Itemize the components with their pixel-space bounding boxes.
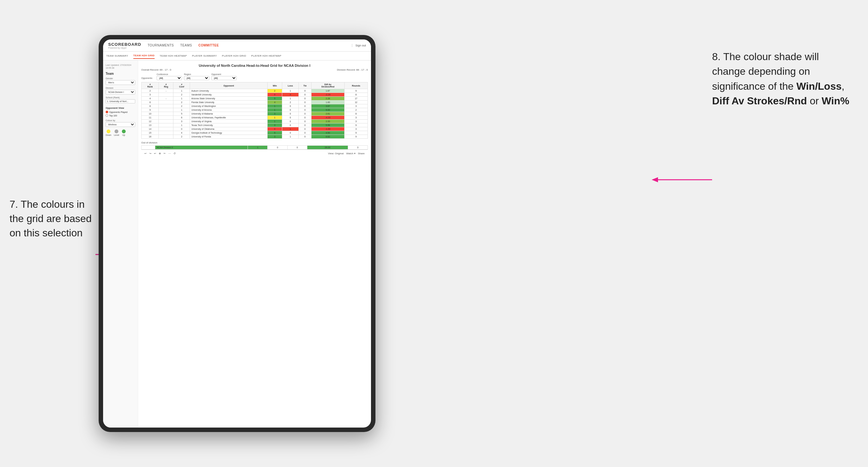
col-diff: Diff AvStrokes/Rnd bbox=[311, 83, 344, 89]
clock-btn[interactable]: ⏱ bbox=[174, 152, 176, 155]
cell-diff: 3.67 bbox=[311, 104, 344, 108]
table-row: 16 2 University of Florida 3 1 0 6.62 9 bbox=[142, 135, 368, 139]
cell-diff: 1.67 bbox=[311, 89, 344, 93]
colour-by-select[interactable]: Win/loss bbox=[106, 122, 135, 127]
radio-opponents-played[interactable]: Opponents Played bbox=[106, 111, 135, 113]
opponent-select[interactable]: (All) bbox=[211, 76, 237, 80]
cell-conf: 1 bbox=[174, 123, 190, 127]
annotation-right: 8. The colour shade will change dependin… bbox=[712, 49, 852, 108]
table-row: 15 4 Georgia Institute of Technology 5 0… bbox=[142, 131, 368, 135]
undo-btn[interactable]: ↩ bbox=[145, 152, 147, 155]
colour-by-label: Colour by bbox=[106, 119, 135, 122]
grid-records: Overall Record: 89 - 17 - 0 Division Rec… bbox=[141, 68, 368, 71]
tablet-screen: SCOREBOARD Powered by clippd TOURNAMENTS… bbox=[103, 39, 371, 428]
cell-rounds: 9 bbox=[345, 131, 368, 135]
gender-select[interactable]: Men's bbox=[106, 80, 135, 85]
sidebar-team-label: Team bbox=[106, 72, 135, 75]
cell-reg bbox=[159, 100, 174, 104]
cell-conf: 2 bbox=[174, 100, 190, 104]
col-conf: #Conf bbox=[174, 83, 190, 89]
radio-dot-2 bbox=[106, 114, 108, 117]
cell-reg bbox=[159, 135, 174, 139]
table-row: 11 6 University of Arkansas, Fayettevill… bbox=[142, 116, 368, 120]
tab-player-h2h-heatmap[interactable]: PLAYER H2H HEATMAP bbox=[251, 53, 281, 59]
cell-win: 3 bbox=[268, 135, 282, 139]
school-input[interactable]: 1. University of Nort... bbox=[106, 99, 135, 103]
tab-player-summary[interactable]: PLAYER SUMMARY bbox=[192, 53, 217, 59]
cell-rank: 14 bbox=[142, 127, 159, 131]
radio-top-100[interactable]: Top 100 bbox=[106, 114, 135, 117]
redo-btn[interactable]: ↪ bbox=[149, 152, 151, 155]
table-row: 6 2 Florida State University 4 2 0 1.83 … bbox=[142, 100, 368, 104]
cell-loss: 1 bbox=[282, 135, 299, 139]
cell-win: 5 bbox=[268, 97, 282, 100]
tab-player-h2h-grid[interactable]: PLAYER H2H GRID bbox=[222, 53, 246, 59]
cell-loss: 1 bbox=[282, 127, 299, 131]
view-original[interactable]: View: Original bbox=[328, 152, 344, 155]
cell-rounds: 9 bbox=[345, 123, 368, 127]
cell-rank: 8 bbox=[142, 104, 159, 108]
cell-conf: 3 bbox=[174, 120, 190, 123]
cell-reg: - bbox=[159, 97, 174, 100]
cell-rank: 4 bbox=[142, 97, 159, 100]
cell-tie: 0 bbox=[299, 97, 311, 100]
fwd-btn[interactable]: ⊕ bbox=[159, 152, 161, 155]
cell-loss: 1 bbox=[282, 97, 299, 100]
tab-team-summary[interactable]: TEAM SUMMARY bbox=[106, 53, 128, 59]
cell-reg bbox=[159, 116, 174, 120]
bottom-toolbar: ↩ ↪ ↩ ⊕ ✂ ⋯ ⏱ View: Original Watch ▾ Sha… bbox=[141, 150, 368, 157]
cell-tie: 0 bbox=[299, 131, 311, 135]
col-rounds: Rounds bbox=[345, 83, 368, 89]
division-select[interactable]: NCAA Division I bbox=[106, 90, 135, 94]
region-filter: Region (All) bbox=[184, 73, 209, 80]
col-loss: Loss bbox=[282, 83, 299, 89]
ood-rounds: 3 bbox=[348, 146, 368, 150]
cell-conf: 4 bbox=[174, 131, 190, 135]
cell-reg bbox=[159, 131, 174, 135]
cell-loss: 0 bbox=[282, 104, 299, 108]
cell-loss: 0 bbox=[282, 116, 299, 120]
cell-opponent: University of Oklahoma bbox=[190, 127, 268, 131]
main-content: Last Updated: 27/03/2024 16:55:38 Team G… bbox=[103, 60, 371, 428]
nav-tournaments[interactable]: TOURNAMENTS bbox=[148, 43, 174, 47]
cell-tie: 0 bbox=[299, 104, 311, 108]
cell-conf: 2 bbox=[174, 93, 190, 97]
ood-tie: 0 bbox=[287, 146, 307, 150]
cell-conf: 1 bbox=[174, 108, 190, 112]
cell-rank: 2 bbox=[142, 89, 159, 93]
watch-btn[interactable]: Watch ▾ bbox=[346, 152, 355, 155]
cell-win: 1 bbox=[268, 116, 282, 120]
cell-diff: -1.00 bbox=[311, 127, 344, 131]
conference-select[interactable]: (All) bbox=[157, 76, 182, 80]
cell-diff: 2.61 bbox=[311, 112, 344, 116]
school-label: School (Rank) bbox=[106, 96, 135, 99]
ood-division: NCAA Division II bbox=[155, 146, 248, 150]
cell-loss: 4 bbox=[282, 93, 299, 97]
cell-rounds: 17 bbox=[345, 97, 368, 100]
arrow-right bbox=[639, 174, 712, 186]
cell-rank: 10 bbox=[142, 112, 159, 116]
legend-down: Down bbox=[106, 129, 111, 136]
ood-win: 1 bbox=[248, 146, 268, 150]
cell-conf: 1 bbox=[174, 97, 190, 100]
crop-btn[interactable]: ✂ bbox=[163, 152, 166, 155]
tab-team-h2h-heatmap[interactable]: TEAM H2H HEATMAP bbox=[160, 53, 187, 59]
cell-diff: 2.28 bbox=[311, 97, 344, 100]
col-reg: #Reg bbox=[159, 83, 174, 89]
tab-team-h2h-grid[interactable]: TEAM H2H GRID bbox=[133, 53, 155, 59]
nav-committee[interactable]: COMMITTEE bbox=[198, 43, 219, 47]
nav-teams[interactable]: TEAMS bbox=[180, 43, 192, 47]
cell-tie: 0 bbox=[299, 135, 311, 139]
share-btn[interactable]: Share bbox=[358, 152, 365, 155]
region-select[interactable]: (All) bbox=[184, 76, 209, 80]
cell-conf: 5 bbox=[174, 112, 190, 116]
cell-rank: 11 bbox=[142, 116, 159, 120]
cell-win: 1 bbox=[268, 104, 282, 108]
cell-tie: 0 bbox=[299, 89, 311, 93]
main-nav: TOURNAMENTS TEAMS COMMITTEE bbox=[148, 43, 352, 47]
sign-out-button[interactable]: Sign out bbox=[352, 44, 366, 47]
cell-conf: 1 bbox=[174, 89, 190, 93]
cell-opponent: University of Florida bbox=[190, 135, 268, 139]
more-btn[interactable]: ⋯ bbox=[168, 152, 171, 155]
back-btn[interactable]: ↩ bbox=[154, 152, 156, 155]
